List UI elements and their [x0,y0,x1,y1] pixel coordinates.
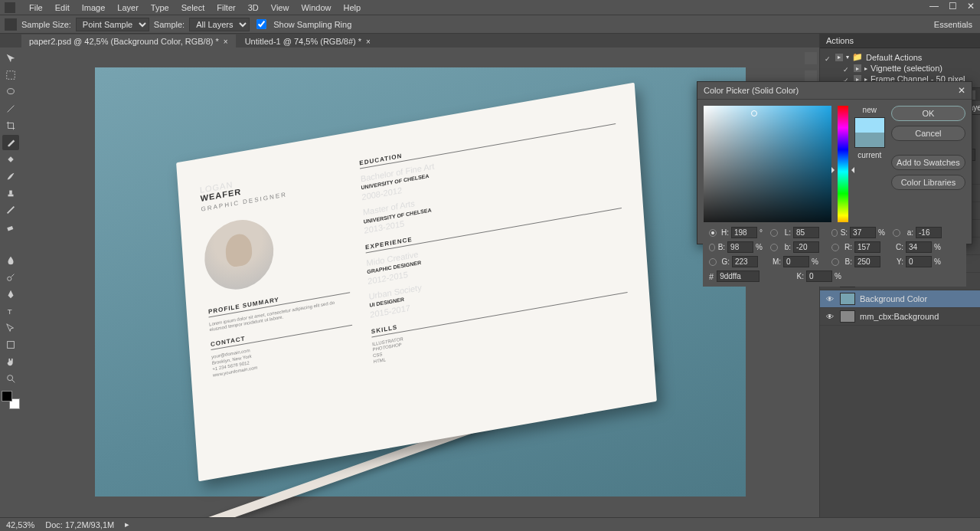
hand-tool-icon[interactable] [2,354,19,369]
l-input[interactable] [793,227,819,238]
menu-file[interactable]: File [23,3,49,12]
doc-info[interactable]: Doc: 17,2M/93,1M [45,520,114,529]
k-input[interactable] [806,270,832,282]
options-bar: Sample Size: Point Sample Sample: All La… [0,15,980,34]
action-set[interactable]: ▸▾📁 Default Actions [825,51,975,63]
toolbox: T [0,48,21,409]
h-input[interactable] [731,227,757,238]
sample-select[interactable]: All Layers [189,18,250,31]
menu-3d[interactable]: 3D [242,3,265,12]
bb-radio[interactable] [831,258,839,266]
collapsed-panels [802,48,819,83]
visibility-icon[interactable]: 👁 [825,295,835,303]
history-panel-icon[interactable] [805,52,817,64]
pen-tool-icon[interactable] [2,287,19,302]
fg-color-swatch[interactable] [2,391,12,402]
b-radio[interactable] [709,244,715,251]
doc-tab-active[interactable]: paper2.psd @ 42,5% (Background Color, RG… [21,34,236,48]
close-icon[interactable]: × [366,38,371,46]
close-icon[interactable]: × [224,38,228,46]
history-brush-icon[interactable] [2,202,19,218]
g-input[interactable] [732,256,758,267]
dodge-tool-icon[interactable] [2,270,19,285]
menu-layer[interactable]: Layer [111,3,145,12]
eraser-tool-icon[interactable] [2,219,19,234]
stamp-tool-icon[interactable] [2,185,19,201]
action-item[interactable]: ▸▸Vignette (selection) [825,63,975,74]
svg-rect-5 [7,226,13,231]
avatar [202,215,276,295]
window-minimize-icon[interactable]: — [928,2,940,11]
fg-bg-colors[interactable] [2,391,20,409]
eyedropper-tool-icon[interactable] [2,135,19,150]
status-bar: 42,53% Doc: 17,2M/93,1M ▸ [0,517,980,531]
b-input[interactable] [727,241,753,253]
crop-tool-icon[interactable] [2,118,19,133]
bb-input[interactable] [854,256,880,267]
menu-window[interactable]: Window [295,3,337,12]
y-input[interactable] [906,256,932,267]
g-radio[interactable] [709,258,717,266]
menu-help[interactable]: Help [338,3,368,12]
l-radio[interactable] [770,229,778,237]
sampling-ring-checkbox[interactable] [256,19,266,29]
a-radio[interactable] [893,229,900,237]
b2-input[interactable] [793,241,819,253]
window-close-icon[interactable]: ✕ [965,2,977,11]
s-input[interactable] [850,227,876,238]
gradient-tool-icon[interactable] [2,236,19,251]
blur-tool-icon[interactable] [2,253,19,268]
layer-row[interactable]: 👁Background Color [820,290,980,308]
menu-edit[interactable]: Edit [49,3,76,12]
type-tool-icon[interactable]: T [2,303,19,319]
sat-val-field[interactable] [704,106,831,238]
menu-image[interactable]: Image [76,3,112,12]
cancel-button[interactable]: Cancel [891,126,965,141]
color-libraries-button[interactable]: Color Libraries [891,175,965,190]
menu-view[interactable]: View [265,3,296,12]
brush-tool-icon[interactable] [2,169,19,184]
c-input[interactable] [906,241,932,253]
a-input[interactable] [916,227,942,238]
menu-filter[interactable]: Filter [211,3,241,12]
dialog-close-icon[interactable]: ✕ [958,85,965,96]
s-radio[interactable] [831,229,838,237]
lasso-tool-icon[interactable] [2,84,19,100]
eyedropper-icon[interactable] [5,18,17,31]
shape-tool-icon[interactable] [2,337,19,352]
add-swatches-button[interactable]: Add to Swatches [891,155,965,170]
layer-row[interactable]: 👁mm_cbx:Background [820,308,980,326]
m-input[interactable] [783,256,809,267]
marquee-tool-icon[interactable] [2,67,19,83]
r-input[interactable] [854,241,880,253]
zoom-tool-icon[interactable] [2,371,19,386]
heal-tool-icon[interactable] [2,152,19,167]
menu-select[interactable]: Select [175,3,211,12]
new-label: new [863,106,877,114]
wand-tool-icon[interactable] [2,101,19,116]
menu-type[interactable]: Type [145,3,175,12]
sv-marker[interactable] [751,110,757,116]
svg-rect-3 [8,195,14,197]
dialog-titlebar[interactable]: Color Picker (Solid Color) ✕ [697,82,972,100]
svg-rect-6 [7,241,15,245]
new-current-swatch[interactable] [854,117,885,148]
chevron-right-icon[interactable]: ▸ [125,520,129,529]
svg-rect-9 [8,342,15,349]
doc-tab-inactive[interactable]: Untitled-1 @ 74,5% (RGB/8#) * × [237,34,378,48]
window-maximize-icon[interactable]: ☐ [946,2,959,11]
workspace-switcher[interactable]: Essentials [934,20,972,29]
ok-button[interactable]: OK [891,106,965,121]
sample-size-select[interactable]: Point Sample [76,18,149,31]
r-radio[interactable] [831,244,839,251]
hex-input[interactable] [717,270,760,282]
move-tool-icon[interactable] [2,51,19,66]
hue-slider[interactable] [838,106,848,238]
zoom-level[interactable]: 42,53% [6,520,34,529]
actions-panel-tab[interactable]: Actions [820,34,980,48]
b2-radio[interactable] [770,244,778,251]
path-tool-icon[interactable] [2,320,19,336]
visibility-icon[interactable]: 👁 [825,313,835,321]
paper-mockup: LOGANWEAFER GRAPHIC DESIGNER PROFILE SUM… [176,83,657,482]
h-radio[interactable] [709,229,717,237]
